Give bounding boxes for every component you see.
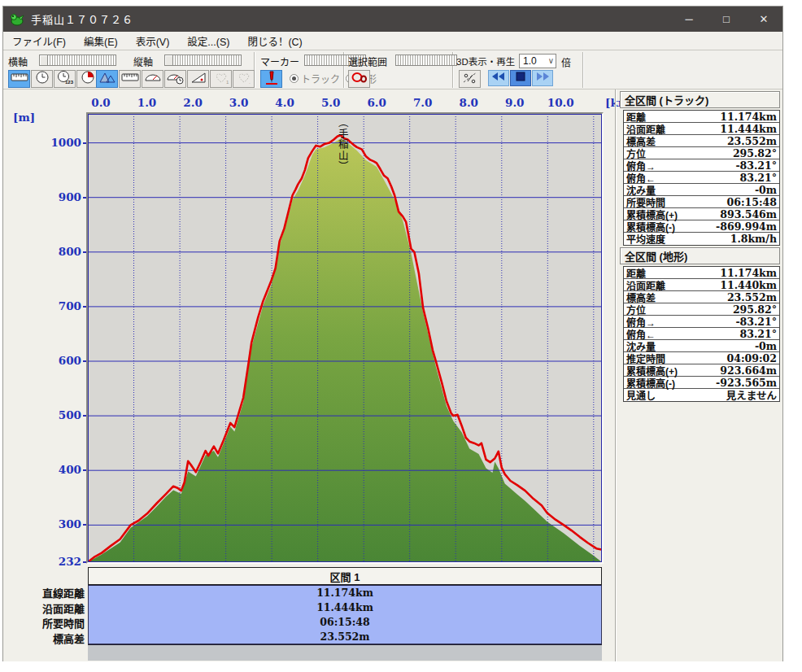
menu-item-3[interactable]: 設定...(S) (178, 31, 238, 51)
playback-speed-select[interactable]: 1.0 ∨ (519, 54, 556, 68)
section-label: 沿面距離 (10, 602, 85, 617)
stats-track-table: 距離11.174km沿面距離11.444km標高差23.552m方位295.82… (623, 110, 780, 246)
clock-123-button[interactable]: 123 (54, 70, 76, 88)
peak-annotation: （手稲山） (337, 117, 347, 172)
stop-icon (512, 69, 530, 87)
y-axis-slider[interactable] (164, 55, 242, 66)
x-tick-label: 0.0 (86, 96, 116, 109)
stats-terrain-table: 距離11.174km沿面距離11.440km標高差23.552m方位295.82… (623, 266, 780, 402)
speedometer-clock-button[interactable] (164, 70, 186, 88)
stat-value: 11.440km (665, 279, 779, 291)
section-pane-labels: 直線距離沿面距離所要時間標高差 (10, 587, 85, 647)
stat-value: -83.21° (656, 159, 779, 172)
ruler-button[interactable] (8, 70, 30, 88)
terrain-area (88, 138, 602, 562)
clock-icon (33, 70, 51, 88)
title-bar: 手稲山１７０７２６ ─ □ ✕ (3, 7, 782, 32)
stat-value: 見えません (656, 387, 779, 403)
slope-percent-button[interactable] (459, 70, 481, 88)
section-value: 11.174km (89, 586, 601, 600)
playback-speed-value: 1.0 (523, 55, 537, 67)
stat-value: 06:15:48 (665, 196, 779, 208)
clock-button[interactable] (31, 70, 53, 88)
section-pane-footer (88, 644, 602, 661)
x-tick-label: 1.0 (133, 96, 162, 109)
stat-value: -0m (656, 340, 779, 352)
stats-terrain-header: 全区間 (地形) (620, 247, 780, 264)
clock-elapsed-button[interactable] (76, 70, 98, 88)
y-axis-group-label: 縦軸 (133, 55, 153, 68)
marker-group-label: マーカー (260, 55, 299, 68)
maximize-button[interactable]: □ (708, 7, 745, 32)
x-axis-buttons: 123 (8, 70, 98, 88)
stat-label: 累積標高(-) (624, 220, 675, 233)
stat-value: 295.82° (646, 147, 779, 159)
section-pane-values: 11.174km11.444km06:15:4823.552m (88, 585, 602, 644)
section-label: 標高差 (10, 632, 85, 648)
marker-pen-button[interactable] (260, 70, 282, 88)
ruler-icon (11, 70, 28, 88)
clock-elapsed-icon (79, 70, 97, 88)
stat-value: -83.21° (656, 316, 779, 328)
stat-value: 23.552m (656, 135, 779, 147)
heart-2-button[interactable]: . (233, 70, 255, 88)
stat-value: 83.21° (656, 328, 779, 340)
speedometer-icon (144, 70, 162, 88)
slope-angle-button[interactable] (187, 70, 209, 88)
elevation-svg (88, 114, 602, 562)
stat-row: 平均速度1.8km/h (624, 233, 779, 245)
playback-speed-unit: 倍 (561, 55, 571, 69)
ruler-button[interactable] (119, 70, 141, 88)
stat-row: 見通し見えません (624, 389, 779, 401)
mountain-icon (98, 70, 116, 88)
stat-value: 295.82° (646, 303, 779, 316)
heart-1-icon: 1 (212, 70, 230, 88)
menu-item-4[interactable]: 閉じる！(C) (238, 31, 311, 51)
stat-value: 1.8km/h (665, 233, 779, 245)
speedometer-clock-icon (167, 70, 185, 88)
y-tick-label: 300 (44, 517, 81, 530)
section-value: 11.444km (89, 600, 601, 615)
forward-button[interactable] (532, 70, 553, 86)
close-button[interactable]: ✕ (745, 7, 782, 32)
app-icon (10, 12, 24, 27)
x-axis-slider[interactable] (39, 55, 116, 66)
menu-item-2[interactable]: 表示(V) (127, 31, 179, 51)
x-tick-label: 5.0 (316, 96, 346, 109)
x-tick-label: 6.0 (362, 96, 391, 109)
speedometer-button[interactable] (142, 70, 163, 88)
section-pane-header: 区間 1 (88, 567, 602, 585)
section-value: 23.552m (89, 630, 601, 644)
playback-group-label: 3D表示・再生 (456, 55, 515, 68)
slope-percent-icon (461, 70, 479, 88)
menu-item-0[interactable]: ファイル(F) (3, 31, 75, 51)
x-tick-label: 7.0 (408, 96, 438, 109)
stat-value: 923.664m (678, 364, 779, 377)
minimize-button[interactable]: ─ (670, 7, 708, 32)
stop-button[interactable] (510, 70, 531, 86)
mountain-button[interactable] (96, 70, 118, 88)
heart-1-button[interactable]: 1 (210, 70, 232, 88)
stat-value: 11.174km (646, 267, 779, 279)
svg-text:123: 123 (65, 80, 74, 85)
stat-row: 累積標高(-)-869.994m (624, 220, 779, 233)
radio-icon (290, 74, 299, 83)
menu-bar: ファイル(F)編集(E)表示(V)設定...(S)閉じる！(C) (3, 32, 782, 50)
stat-value: 893.546m (678, 208, 779, 220)
clock-123-icon: 123 (56, 70, 74, 88)
stat-value: 11.174km (646, 111, 779, 123)
rewind-button[interactable] (488, 70, 509, 86)
marker-target-radio-0[interactable]: トラック (290, 72, 340, 85)
app-window: 手稲山１７０７２６ ─ □ ✕ ファイル(F)編集(E)表示(V)設定...(S… (2, 6, 783, 661)
forward-icon (534, 69, 551, 87)
y-tick-label: 1000 (44, 136, 81, 149)
section-label: 所要時間 (10, 617, 85, 632)
menu-item-1[interactable]: 編集(E) (75, 31, 127, 51)
lasso-button[interactable] (348, 70, 370, 88)
x-tick-label: 4.0 (270, 96, 299, 109)
y-tick-label: 900 (44, 190, 81, 203)
elevation-plot[interactable] (86, 112, 604, 564)
stat-value: 83.21° (656, 172, 779, 184)
marker-pen-icon (263, 70, 281, 88)
selection-slider[interactable] (395, 55, 457, 66)
